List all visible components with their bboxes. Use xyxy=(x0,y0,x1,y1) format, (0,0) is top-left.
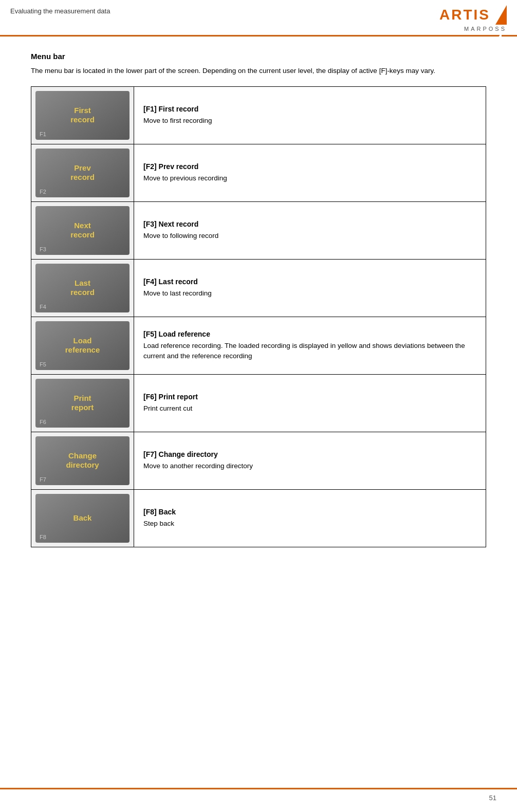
desc-key-f6: [F6] Print report xyxy=(143,393,476,401)
key-cell-f7: Change directoryF7 xyxy=(31,432,134,490)
key-button-f5: Load referenceF5 xyxy=(35,321,130,370)
desc-key-f1: [F1] First record xyxy=(143,105,476,113)
key-cell-f4: Last recordF4 xyxy=(31,260,134,317)
table-row: Next recordF3[F3] Next recordMove to fol… xyxy=(31,202,486,260)
key-button-label-f2: Prev record xyxy=(70,163,95,182)
artis-logo: ARTIS xyxy=(439,5,507,25)
desc-cell-f3: [F3] Next recordMove to following record xyxy=(134,202,486,260)
desc-key-f4: [F4] Last record xyxy=(143,278,476,286)
key-button-f8: BackF8 xyxy=(35,494,130,543)
desc-cell-f6: [F6] Print reportPrint current cut xyxy=(134,375,486,432)
desc-text-f2: Move to previous recording xyxy=(143,173,476,183)
footer: 51 xyxy=(489,794,496,802)
table-row: Last recordF4[F4] Last recordMove to las… xyxy=(31,260,486,317)
key-cell-f5: Load referenceF5 xyxy=(31,317,134,375)
logo-triangle-container xyxy=(493,5,507,25)
key-button-f7: Change directoryF7 xyxy=(35,436,130,485)
desc-text-f7: Move to another recording directory xyxy=(143,461,476,471)
marposs-logo-text: MARPOSS xyxy=(464,26,507,32)
key-cell-f6: Print reportF6 xyxy=(31,375,134,432)
key-fn-label-f4: F4 xyxy=(40,304,46,310)
desc-text-f6: Print current cut xyxy=(143,403,476,414)
key-button-label-f5: Load reference xyxy=(65,336,100,355)
menu-table: First recordF1[F1] First recordMove to f… xyxy=(31,86,486,547)
key-button-label-f3: Next record xyxy=(70,221,95,239)
table-row: Prev recordF2[F2] Prev recordMove to pre… xyxy=(31,144,486,202)
key-fn-label-f1: F1 xyxy=(40,131,46,137)
intro-text: The menu bar is located in the lower par… xyxy=(31,66,486,76)
table-row: First recordF1[F1] First recordMove to f… xyxy=(31,87,486,144)
key-button-label-f8: Back xyxy=(73,513,92,523)
key-cell-f1: First recordF1 xyxy=(31,87,134,144)
desc-text-f5: Load reference recording. The loaded rec… xyxy=(143,341,476,362)
key-button-label-f6: Print report xyxy=(71,394,94,412)
key-fn-label-f8: F8 xyxy=(40,534,46,540)
table-row: Load referenceF5[F5] Load referenceLoad … xyxy=(31,317,486,375)
desc-text-f3: Move to following record xyxy=(143,231,476,241)
key-fn-label-f6: F6 xyxy=(40,419,46,425)
key-fn-label-f3: F3 xyxy=(40,246,46,252)
table-row: Print reportF6[F6] Print reportPrint cur… xyxy=(31,375,486,432)
key-fn-label-f5: F5 xyxy=(40,361,46,367)
page-header: Evaluating the measurement data ARTIS MA… xyxy=(0,0,517,36)
page-number: 51 xyxy=(489,794,496,802)
desc-cell-f1: [F1] First recordMove to first recording xyxy=(134,87,486,144)
section-title: Menu bar xyxy=(31,52,486,61)
desc-text-f8: Step back xyxy=(143,519,476,529)
desc-text-f4: Move to last recording xyxy=(143,288,476,299)
desc-key-f3: [F3] Next record xyxy=(143,220,476,228)
desc-cell-f4: [F4] Last recordMove to last recording xyxy=(134,260,486,317)
desc-cell-f8: [F8] BackStep back xyxy=(134,490,486,547)
key-button-label-f7: Change directory xyxy=(66,451,99,470)
key-button-f1: First recordF1 xyxy=(35,91,130,140)
desc-key-f5: [F5] Load reference xyxy=(143,330,476,338)
key-cell-f3: Next recordF3 xyxy=(31,202,134,260)
key-cell-f8: BackF8 xyxy=(31,490,134,547)
key-button-f4: Last recordF4 xyxy=(35,264,130,312)
desc-text-f1: Move to first recording xyxy=(143,116,476,126)
footer-line xyxy=(0,788,517,789)
key-fn-label-f2: F2 xyxy=(40,189,46,195)
desc-cell-f2: [F2] Prev recordMove to previous recordi… xyxy=(134,144,486,202)
desc-cell-f7: [F7] Change directoryMove to another rec… xyxy=(134,432,486,490)
desc-key-f8: [F8] Back xyxy=(143,508,476,516)
key-cell-f2: Prev recordF2 xyxy=(31,144,134,202)
main-content: Menu bar The menu bar is located in the … xyxy=(0,36,517,578)
header-title: Evaluating the measurement data xyxy=(10,5,110,15)
key-button-f2: Prev recordF2 xyxy=(35,149,130,197)
table-row: Change directoryF7[F7] Change directoryM… xyxy=(31,432,486,490)
logo-triangle-inner xyxy=(494,32,502,44)
desc-key-f7: [F7] Change directory xyxy=(143,450,476,458)
table-row: BackF8[F8] BackStep back xyxy=(31,490,486,547)
artis-logo-text: ARTIS xyxy=(439,7,490,23)
desc-cell-f5: [F5] Load referenceLoad reference record… xyxy=(134,317,486,375)
logo-area: ARTIS MARPOSS xyxy=(439,5,507,32)
logo-triangle-outer xyxy=(495,5,507,25)
key-button-label-f4: Last record xyxy=(70,279,95,297)
key-button-f3: Next recordF3 xyxy=(35,206,130,255)
key-button-label-f1: First record xyxy=(70,106,95,124)
key-button-f6: Print reportF6 xyxy=(35,379,130,428)
key-fn-label-f7: F7 xyxy=(40,476,46,483)
desc-key-f2: [F2] Prev record xyxy=(143,162,476,171)
